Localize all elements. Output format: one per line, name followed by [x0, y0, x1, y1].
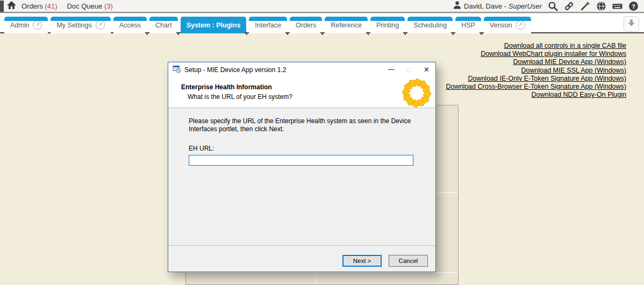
tab-label: Version [490, 22, 512, 29]
cancel-button[interactable]: Cancel [389, 255, 428, 267]
tab-label: System : Plugins [187, 22, 241, 29]
tab-fold-icon [479, 32, 482, 35]
tab-label: Reference [331, 22, 362, 29]
enterprise-health-logo-icon [401, 77, 432, 110]
tab-interface[interactable]: Interface [249, 17, 287, 33]
popout-icon[interactable]: ↗ [33, 20, 42, 30]
tab-hsp[interactable]: HSP [455, 17, 481, 33]
dialog-footer: Next > Cancel [168, 245, 435, 272]
portlet-divider [186, 272, 458, 273]
tab-reference[interactable]: Reference [325, 17, 368, 33]
link-crossbrowser-etoken-app[interactable]: Download Cross-Browser E-Token Signature… [446, 83, 626, 91]
home-button[interactable] [6, 1, 17, 11]
dialog-instructions: Please specify the URL of the Enterprise… [189, 117, 432, 133]
user-role: SuperUser [509, 2, 542, 10]
tab-fold-icon [403, 32, 406, 35]
tab-admin[interactable]: Admin↗ [4, 17, 48, 33]
close-button[interactable]: ✕ [418, 62, 435, 77]
tab-fold-icon [244, 32, 247, 35]
nav-orders[interactable]: Orders (41) [22, 2, 57, 10]
tab-label: My Settings [56, 22, 91, 29]
nav-orders-count: (41) [45, 2, 57, 10]
dialog-body: Please specify the URL of the Enterprise… [168, 108, 435, 245]
eh-url-label: EH URL: [189, 145, 435, 152]
tab-label: Printing [376, 22, 399, 29]
tab-strip: Admin↗ My Settings↗ Access Chart System … [0, 14, 644, 33]
installer-icon [173, 65, 181, 75]
tab-label: HSP [461, 22, 475, 29]
link-cab-file[interactable]: Download all controls in a single CAB fi… [446, 42, 626, 50]
tab-fold-icon [366, 32, 369, 35]
download-links: Download all controls in a single CAB fi… [446, 42, 626, 99]
keyboard-icon[interactable] [612, 1, 622, 11]
tab-access[interactable]: Access [113, 17, 147, 33]
tab-fold-icon [450, 32, 454, 35]
svg-text:?: ? [632, 2, 635, 9]
wand-icon[interactable] [580, 1, 590, 11]
tab-label: Chart [155, 22, 172, 29]
current-user[interactable]: David, Dave - SuperUser [453, 1, 542, 11]
tab-label: Scheduling [413, 22, 447, 29]
dialog-title: Setup - MIE Device App version 1.2 [184, 66, 286, 74]
globe-icon[interactable] [596, 1, 606, 11]
tab-version[interactable]: Version↗ [484, 17, 531, 33]
top-nav: Orders (41) Doc Queue (3) [22, 2, 113, 10]
eh-url-input[interactable] [189, 155, 413, 166]
link-ndd-easyon-plugin[interactable]: Download NDD Easy-On Plugin [446, 91, 626, 99]
maximize-button[interactable]: □ [400, 62, 418, 77]
link-mie-ssl-app[interactable]: Download MIE SSL App (Windows) [446, 67, 626, 75]
window-controls: — □ ✕ [382, 62, 435, 77]
tab-label: Access [119, 22, 141, 29]
nav-doc-queue[interactable]: Doc Queue (3) [67, 2, 112, 10]
dialog-title-bar[interactable]: Setup - MIE Device App version 1.2 — □ ✕ [168, 62, 435, 77]
tab-label: Interface [255, 22, 281, 29]
nav-doc-queue-label: Doc Queue [67, 2, 102, 10]
popout-icon[interactable]: ↗ [516, 20, 525, 30]
setup-dialog: Setup - MIE Device App version 1.2 — □ ✕… [168, 62, 436, 272]
left-edge-strip [0, 1, 4, 12]
search-icon[interactable] [548, 1, 558, 11]
user-icon [453, 1, 462, 11]
nav-orders-label: Orders [22, 2, 43, 10]
help-icon[interactable]: ? [628, 1, 639, 11]
dialog-header-subtitle: What is the URL of your EH system? [188, 93, 292, 101]
download-arrow-icon [627, 18, 636, 30]
user-name: David, Dave - [464, 2, 506, 10]
tab-fold-icon [176, 32, 179, 35]
tab-label: Admin [10, 22, 29, 29]
link-mie-device-app[interactable]: Download MIE Device App (Windows) [446, 58, 626, 66]
tab-orders[interactable]: Orders [290, 17, 322, 33]
minimize-button[interactable]: — [382, 62, 400, 77]
link-webchart-plugin-installer[interactable]: Download WebChart plugin installer for W… [446, 50, 626, 58]
top-bar: Orders (41) Doc Queue (3) David, Dave - … [0, 0, 644, 13]
tab-system-plugins[interactable]: System : Plugins [181, 17, 247, 33]
link-icon[interactable] [564, 1, 574, 11]
tab-fold-icon [145, 32, 148, 35]
app-screen: Orders (41) Doc Queue (3) David, Dave - … [0, 0, 644, 285]
tab-printing[interactable]: Printing [370, 17, 405, 33]
dialog-header-title: Enterprise Health Information [181, 83, 272, 91]
top-bar-right: David, Dave - SuperUser ? [453, 1, 644, 11]
tab-fold-icon [285, 32, 288, 35]
home-icon [6, 1, 17, 12]
tab-scheduling[interactable]: Scheduling [407, 17, 453, 33]
tab-chart[interactable]: Chart [149, 17, 178, 33]
tab-fold-icon [320, 32, 323, 35]
tabs: Admin↗ My Settings↗ Access Chart System … [4, 17, 531, 33]
tab-my-settings[interactable]: My Settings↗ [51, 17, 110, 33]
dialog-header: Enterprise Health Information What is th… [168, 77, 435, 108]
nav-doc-queue-count: (3) [104, 2, 113, 10]
tab-label: Orders [296, 22, 316, 29]
download-panel-button[interactable] [624, 16, 639, 32]
link-ie-etoken-app[interactable]: Download IE-Only E-Token Signature App (… [446, 75, 626, 83]
popout-icon[interactable]: ↗ [96, 20, 105, 30]
next-button[interactable]: Next > [342, 255, 382, 267]
portlet-divider [315, 273, 316, 284]
